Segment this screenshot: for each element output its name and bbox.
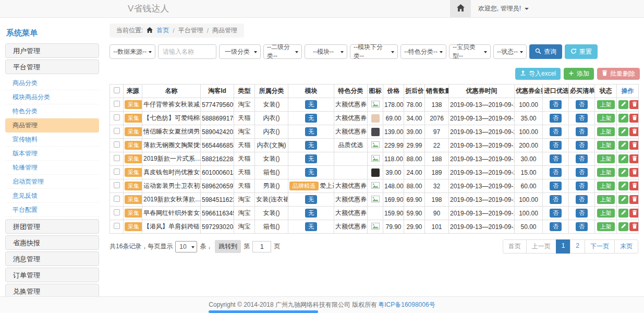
pager-page-button[interactable]: 下一页	[585, 239, 615, 254]
icp-link[interactable]: 粤ICP备16098006号	[378, 300, 435, 309]
status-badge[interactable]: 上架	[597, 222, 615, 231]
delete-button[interactable]	[629, 182, 639, 190]
sidebar-item[interactable]: 启动页管理	[5, 175, 99, 189]
pager-page-button[interactable]: 1	[556, 239, 571, 254]
sidebar-item[interactable]: 商品分类	[5, 76, 99, 90]
edit-button[interactable]	[618, 195, 628, 204]
delete-button[interactable]	[629, 195, 639, 204]
per-page-select[interactable]: 10	[175, 241, 197, 252]
delete-button[interactable]	[629, 114, 639, 123]
row-checkbox[interactable]	[114, 209, 120, 215]
must-buy-toggle[interactable]: 否	[576, 195, 588, 204]
status-badge[interactable]: 上架	[597, 182, 615, 190]
row-checkbox[interactable]	[114, 223, 120, 229]
name-search-input[interactable]	[158, 44, 216, 59]
edit-button[interactable]	[618, 114, 628, 123]
jump-button[interactable]: 跳转到	[215, 240, 241, 253]
import-select-toggle[interactable]: 否	[550, 222, 562, 231]
module-badge[interactable]: 无	[305, 100, 317, 109]
status-badge[interactable]: 上架	[597, 114, 615, 123]
add-button[interactable]: 添加	[564, 68, 594, 80]
delete-button[interactable]	[629, 127, 639, 136]
must-buy-toggle[interactable]: 否	[576, 114, 588, 123]
filter-select[interactable]: --模块下分类--	[350, 44, 398, 59]
import-select-toggle[interactable]: 否	[550, 168, 562, 177]
status-badge[interactable]: 上架	[597, 154, 615, 163]
edit-button[interactable]	[618, 141, 628, 150]
edit-button[interactable]	[618, 182, 628, 190]
import-select-toggle[interactable]: 否	[550, 100, 562, 109]
sidebar-item[interactable]: 商品管理	[5, 118, 99, 133]
query-button[interactable]: 查询	[529, 44, 562, 59]
sidebar-section[interactable]: 用户管理	[5, 43, 99, 58]
sidebar-section[interactable]: 拼团管理	[5, 219, 99, 234]
edit-button[interactable]	[618, 154, 628, 163]
row-checkbox[interactable]	[114, 114, 120, 121]
import-select-toggle[interactable]: 否	[550, 182, 562, 190]
pager-page-button[interactable]: 上一页	[526, 239, 556, 254]
status-badge[interactable]: 上架	[597, 127, 615, 136]
filter-select[interactable]: --特色分类--	[400, 44, 446, 59]
module-badge[interactable]: 无	[305, 154, 317, 163]
import-select-toggle[interactable]: 否	[550, 141, 562, 150]
module-badge[interactable]: 无	[305, 195, 317, 204]
row-checkbox[interactable]	[114, 101, 120, 107]
status-badge[interactable]: 上架	[597, 141, 615, 150]
must-buy-toggle[interactable]: 否	[576, 168, 588, 177]
row-checkbox[interactable]	[114, 128, 120, 134]
delete-button[interactable]	[629, 168, 639, 177]
must-buy-toggle[interactable]: 否	[576, 222, 588, 231]
delete-button[interactable]	[629, 209, 639, 218]
sidebar-item[interactable]: 意见反馈	[5, 189, 99, 203]
filter-select[interactable]: --状态--	[493, 44, 527, 59]
row-checkbox[interactable]	[114, 155, 120, 161]
import-select-toggle[interactable]: 否	[550, 154, 562, 163]
import-select-toggle[interactable]: 否	[550, 209, 562, 218]
sidebar-section[interactable]: 平台管理	[5, 59, 99, 74]
module-badge[interactable]: 无	[305, 141, 317, 150]
status-badge[interactable]: 上架	[597, 168, 615, 177]
breadcrumb-home-link[interactable]: 首页	[156, 26, 169, 35]
module-badge[interactable]: 无	[305, 168, 317, 177]
sidebar-item[interactable]: 版本管理	[5, 147, 99, 161]
delete-button[interactable]	[629, 154, 639, 163]
import-select-toggle[interactable]: 否	[550, 127, 562, 136]
module-badge[interactable]: 无	[305, 114, 317, 123]
import-excel-button[interactable]: 导入excel	[515, 68, 561, 80]
pager-page-button[interactable]: 末页	[614, 239, 638, 254]
edit-button[interactable]	[618, 100, 628, 109]
row-checkbox[interactable]	[114, 168, 120, 175]
reset-button[interactable]: 重置	[565, 44, 598, 59]
status-badge[interactable]: 上架	[597, 100, 615, 109]
must-buy-toggle[interactable]: 否	[576, 209, 588, 218]
row-checkbox[interactable]	[114, 182, 120, 188]
must-buy-toggle[interactable]: 否	[576, 182, 588, 190]
delete-button[interactable]	[629, 141, 639, 150]
filter-select[interactable]: --宝贝类型--	[449, 44, 491, 59]
sidebar-item[interactable]: 模块商品分类	[5, 90, 99, 104]
edit-button[interactable]	[618, 168, 628, 177]
must-buy-toggle[interactable]: 否	[576, 154, 588, 163]
filter-select[interactable]: --数据来源--	[110, 44, 155, 59]
row-checkbox[interactable]	[114, 196, 120, 202]
select-all-checkbox[interactable]	[114, 87, 120, 93]
module-badge[interactable]: 无	[305, 222, 317, 231]
module-badge[interactable]: 无	[305, 127, 317, 136]
status-badge[interactable]: 上架	[597, 209, 615, 218]
page-number-input[interactable]	[252, 241, 271, 252]
edit-button[interactable]	[618, 209, 628, 218]
import-select-toggle[interactable]: 否	[550, 114, 562, 123]
user-menu[interactable]: 欢迎您, 管理员!	[471, 0, 536, 17]
row-checkbox[interactable]	[114, 141, 120, 148]
must-buy-toggle[interactable]: 否	[576, 127, 588, 136]
sidebar-item[interactable]: 平台配置	[5, 203, 99, 217]
pager-page-button[interactable]: 首页	[503, 239, 527, 254]
must-buy-toggle[interactable]: 否	[576, 141, 588, 150]
sidebar-section[interactable]: 订单管理	[5, 268, 99, 282]
edit-button[interactable]	[618, 222, 628, 231]
horizontal-scrollbar-thumb[interactable]	[209, 310, 318, 313]
status-badge[interactable]: 上架	[597, 195, 615, 204]
delete-button[interactable]	[629, 100, 639, 109]
delete-button[interactable]	[629, 222, 639, 231]
batch-delete-button[interactable]: 批量删除	[597, 68, 640, 80]
